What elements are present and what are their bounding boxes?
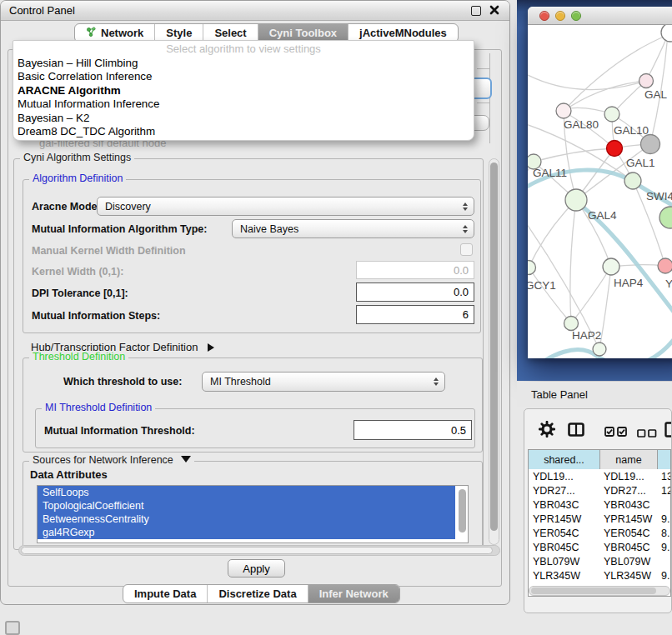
data-attributes-list[interactable]: SelfLoopsTopologicalCoefficientBetweenne…: [37, 485, 469, 543]
float-window-icon[interactable]: [471, 6, 481, 16]
table-row[interactable]: YBR045CYBR045C9.: [529, 540, 670, 554]
table-cell: 9.: [658, 542, 671, 553]
tab-label: Select: [214, 27, 246, 39]
mi-type-select[interactable]: Naive Bayes: [232, 219, 474, 238]
algorithm-item-dream8-dc-tdc-algorithm[interactable]: Dream8 DC_TDC Algorithm: [13, 125, 474, 138]
settings-vscrollbar[interactable]: [489, 158, 499, 545]
column-header-a[interactable]: A: [658, 450, 671, 469]
network-graph: GALGAL80GAL10GAL1GAL11SWI4GAL4GCY1HAP4YH…: [528, 25, 672, 358]
network-node[interactable]: [624, 172, 641, 189]
checked-pair-icon[interactable]: [604, 425, 627, 440]
sources-title[interactable]: Sources for Network Inference: [29, 454, 194, 466]
close-icon[interactable]: [489, 5, 499, 15]
network-node[interactable]: [565, 189, 587, 211]
column-header-shared[interactable]: shared...: [529, 450, 600, 469]
network-canvas[interactable]: GALGAL80GAL10GAL1GAL11SWI4GAL4GCY1HAP4YH…: [528, 25, 672, 358]
stepper-arrows-icon: [463, 220, 468, 238]
apply-button[interactable]: Apply: [228, 559, 285, 578]
data-attributes-label: Data Attributes: [30, 468, 108, 481]
attribute-item-topologicalcoefficient[interactable]: TopologicalCoefficient: [38, 499, 455, 512]
tab-network[interactable]: Network: [75, 24, 155, 42]
attribute-item-betweennesscentrality[interactable]: BetweennessCentrality: [38, 512, 455, 526]
table-hscrollbar[interactable]: [529, 586, 670, 596]
table-row[interactable]: YBL079WYBL079W: [529, 554, 670, 568]
network-node[interactable]: [659, 207, 672, 228]
table-row[interactable]: YLR345WYLR345W9.: [529, 568, 670, 582]
algorithm-item-basic-correlation-inference[interactable]: Basic Correlation Inference: [13, 70, 474, 83]
algorithm-item-mutual-information-inference[interactable]: Mutual Information Inference: [13, 98, 474, 111]
network-window-titlebar[interactable]: [528, 7, 672, 25]
network-node[interactable]: [593, 342, 606, 356]
panel-title: Control Panel: [9, 4, 75, 17]
settings-hscrollbar-thumb[interactable]: [21, 547, 493, 554]
network-node[interactable]: [639, 74, 654, 88]
control-panel-titlebar[interactable]: Control Panel: [1, 1, 509, 21]
table-cell: 12: [658, 485, 671, 497]
aracne-mode-select[interactable]: Discovery: [97, 197, 474, 216]
network-node[interactable]: [658, 258, 672, 273]
document-icon[interactable]: [664, 422, 672, 441]
network-node[interactable]: [641, 135, 660, 154]
table-row[interactable]: YER054CYER054C8.: [529, 526, 670, 540]
group-box-fragment: [477, 68, 489, 69]
table-row[interactable]: YPR145WYPR145W9.: [529, 512, 670, 526]
attribute-item-selfloops[interactable]: SelfLoops: [38, 486, 455, 499]
tab-jactivemnodules[interactable]: jActiveMNodules: [349, 24, 458, 42]
table-cell: YBL079W: [529, 556, 600, 568]
table-row[interactable]: YDL19...YDL19...13: [529, 469, 670, 483]
tab-select[interactable]: Select: [203, 24, 258, 42]
node-label-gal80: GAL80: [564, 118, 599, 131]
bottom-tab-discretize-data[interactable]: Discretize Data: [208, 585, 308, 602]
table-cell: YBL079W: [600, 556, 658, 568]
minimize-traffic-light-icon[interactable]: [555, 11, 565, 21]
network-node[interactable]: [564, 317, 579, 331]
attribute-table[interactable]: shared...nameA YDL19...YDL19...13YDR27..…: [528, 449, 671, 597]
settings-vscrollbar-thumb[interactable]: [490, 162, 498, 531]
manual-kernel-checkbox[interactable]: [460, 243, 473, 256]
tab-label: Impute Data: [134, 588, 196, 600]
mi-steps-field[interactable]: 6: [356, 305, 474, 324]
algorithm-item-aracne-algorithm[interactable]: ARACNE Algorithm: [13, 84, 474, 98]
list-scrollbar-thumb[interactable]: [459, 489, 466, 532]
which-threshold-label: Which threshold to use:: [63, 376, 182, 388]
table-panel-header: Table Panel: [517, 382, 672, 407]
column-header-name[interactable]: name: [600, 450, 658, 469]
table-cell: 8.: [658, 528, 671, 539]
bottom-tab-impute-data[interactable]: Impute Data: [123, 585, 208, 602]
control-panel-window: Control Panel NetworkStyleSelectCyni Too…: [0, 0, 510, 605]
network-node[interactable]: [607, 141, 623, 157]
tab-cyni-toolbox[interactable]: Cyni Toolbox: [258, 24, 349, 42]
network-node[interactable]: [528, 261, 536, 275]
algorithm-item-bayesian-k2[interactable]: Bayesian – K2: [13, 112, 474, 125]
network-node[interactable]: [661, 25, 672, 42]
unchecked-pair-icon[interactable]: [637, 426, 657, 441]
table-cell: YLR345W: [529, 570, 600, 582]
bottom-tab-infer-network[interactable]: Infer Network: [308, 585, 399, 602]
zoom-traffic-light-icon[interactable]: [571, 11, 581, 21]
tab-style[interactable]: Style: [155, 24, 203, 42]
network-node[interactable]: [603, 258, 619, 275]
settings-hscrollbar[interactable]: [18, 545, 500, 556]
bottom-tab-bar: Impute DataDiscretize DataInfer Network: [123, 584, 400, 603]
algorithm-item-bayesian-hill-climbing[interactable]: Bayesian – Hill Climbing: [13, 57, 474, 70]
split-columns-icon[interactable]: [568, 422, 584, 440]
table-cell: YER054C: [529, 528, 600, 539]
table-cell: YDL19...: [529, 471, 600, 482]
table-row[interactable]: YBR043CYBR043C: [529, 498, 670, 512]
attribute-item-gal4rgexp[interactable]: gal4RGexp: [38, 526, 455, 539]
network-node[interactable]: [604, 107, 619, 122]
which-threshold-select[interactable]: MI Threshold: [202, 372, 445, 392]
minimized-panel-icon[interactable]: [5, 621, 20, 635]
close-traffic-light-icon[interactable]: [539, 11, 549, 21]
table-hscrollbar-thumb[interactable]: [531, 588, 656, 594]
network-node[interactable]: [556, 103, 571, 118]
mi-steps-label: Mutual Information Steps:: [32, 310, 160, 322]
mi-threshold-field[interactable]: 0.5: [354, 420, 472, 440]
threshold-definition-title: Threshold Definition: [29, 351, 128, 362]
table-cell: 13: [658, 471, 671, 482]
table-row[interactable]: YDR27...YDR27...12: [529, 483, 670, 498]
dpi-tolerance-field[interactable]: 0.0: [356, 282, 474, 302]
tab-label: jActiveMNodules: [359, 27, 447, 39]
kernel-width-field[interactable]: 0.0: [356, 261, 474, 279]
gear-icon[interactable]: [539, 421, 555, 441]
